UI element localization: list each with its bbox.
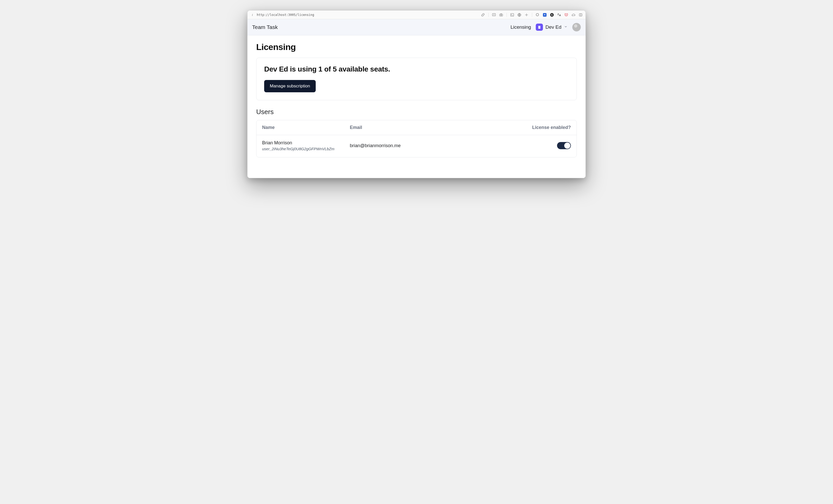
seats-summary: Dev Ed is using 1 of 5 available seats.	[264, 65, 569, 73]
browser-window: i http://localhost:3005/licensing	[247, 10, 586, 178]
column-name: Name	[262, 125, 350, 130]
manage-subscription-button[interactable]: Manage subscription	[264, 80, 316, 92]
toolbar-separator	[506, 13, 507, 17]
toolbar-separator	[488, 13, 489, 17]
license-toggle[interactable]	[557, 142, 571, 149]
user-id: user_2iNu3heTeGj0U8G2gGFPWnVLbZm	[262, 147, 350, 151]
translate-icon[interactable]	[557, 13, 562, 17]
svg-rect-1	[500, 14, 503, 16]
avatar[interactable]	[572, 23, 581, 31]
sidebar-icon[interactable]	[578, 13, 583, 17]
svg-rect-3	[510, 13, 514, 16]
user-name-cell: Brian Morrison user_2iNu3heTeGj0U8G2gGFP…	[262, 140, 350, 151]
extension-badge-r-icon[interactable]: R	[542, 13, 547, 17]
puzzle-icon[interactable]	[535, 13, 540, 17]
org-switcher[interactable]: Dev Ed	[536, 24, 568, 31]
url-text[interactable]: http://localhost:3005/licensing	[257, 13, 479, 17]
users-table: Name Email License enabled? Brian Morris…	[256, 120, 577, 158]
svg-point-2	[501, 14, 502, 16]
org-name: Dev Ed	[546, 24, 562, 30]
column-email: Email	[350, 125, 502, 130]
table-header: Name Email License enabled?	[257, 120, 576, 135]
download-icon[interactable]	[492, 13, 496, 17]
header-right: Licensing Dev Ed	[510, 23, 581, 31]
column-license: License enabled?	[502, 125, 571, 130]
users-heading: Users	[256, 108, 577, 116]
user-email: brian@brianmorrison.me	[350, 143, 502, 148]
cloud-icon[interactable]	[571, 13, 576, 17]
crosshair-icon[interactable]	[524, 13, 529, 17]
chevron-down-icon	[564, 25, 568, 29]
camera-icon[interactable]	[499, 13, 503, 17]
link-icon[interactable]	[481, 13, 485, 17]
seats-card: Dev Ed is using 1 of 5 available seats. …	[256, 58, 577, 100]
app-title: Team Task	[252, 24, 278, 30]
globe-icon[interactable]	[517, 13, 522, 17]
terminal-icon[interactable]	[510, 13, 515, 17]
extension-circle-g-icon[interactable]: G	[550, 13, 554, 17]
page-title: Licensing	[256, 42, 577, 52]
pocket-icon[interactable]	[564, 13, 569, 17]
org-badge-icon	[536, 24, 543, 31]
app-header: Team Task Licensing Dev Ed	[247, 19, 586, 35]
nav-link-licensing[interactable]: Licensing	[510, 24, 531, 30]
page-body: Licensing Dev Ed is using 1 of 5 availab…	[247, 35, 586, 178]
site-info-icon[interactable]: i	[250, 13, 255, 17]
user-name: Brian Morrison	[262, 140, 350, 146]
toggle-knob	[564, 143, 570, 149]
toolbar-separator	[532, 13, 532, 17]
license-toggle-cell	[502, 142, 571, 149]
svg-point-5	[526, 14, 527, 15]
url-bar: i http://localhost:3005/licensing	[247, 10, 586, 19]
table-row: Brian Morrison user_2iNu3heTeGj0U8G2gGFP…	[257, 135, 576, 157]
browser-toolbar: R G	[481, 13, 583, 17]
